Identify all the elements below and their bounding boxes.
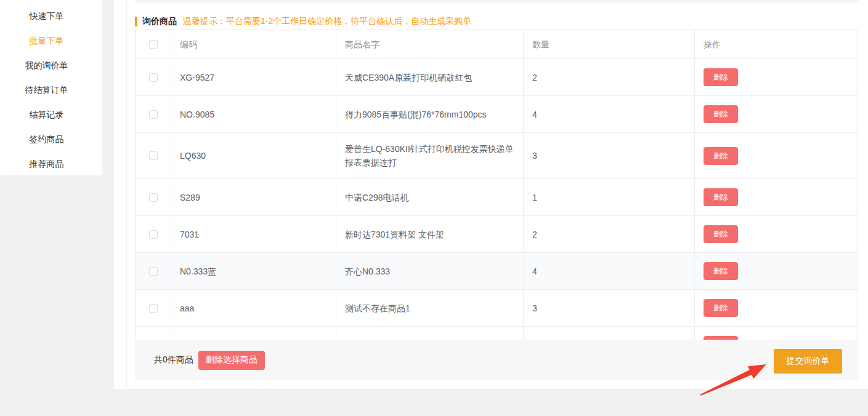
row-name-cell: 得力9085百事贴(混)76*76mm100pcs xyxy=(336,96,524,132)
row-name-cell: 新时达7301资料架 文件架 xyxy=(336,216,524,252)
sidebar-item-3[interactable]: 待结算订单 xyxy=(0,78,102,102)
delete-row-button[interactable]: 删除 xyxy=(704,299,738,317)
sidebar-item-2[interactable]: 我的询价单 xyxy=(0,53,102,78)
section-header: 询价商品 温馨提示：平台需要1-2个工作日确定价格，待平台确认后，自动生成采购单 xyxy=(135,16,471,27)
table-row-2: LQ630爱普生LQ-630KII针式打印机税控发票快递单报表票据连打3删除 xyxy=(136,133,858,179)
row-checkbox[interactable] xyxy=(149,230,158,239)
row-checkbox[interactable] xyxy=(149,110,158,119)
submit-inquiry-button[interactable]: 提交询价单 xyxy=(774,349,842,374)
row-checkbox-cell xyxy=(136,59,171,95)
row-name-cell: 中诺C298电话机 xyxy=(336,179,524,215)
table-row-0: XG-9527天威CE390A原装打印机硒鼓红包2删除 xyxy=(136,59,858,96)
table-row-5: N0.333蓝齐心N0.3334删除 xyxy=(136,253,858,290)
vertical-divider xyxy=(126,0,127,389)
row-checkbox-cell xyxy=(136,216,171,252)
row-op-cell: 删除 xyxy=(695,216,859,252)
row-qty-cell: 3 xyxy=(524,290,695,326)
select-all-checkbox[interactable] xyxy=(149,40,158,49)
table-row-6: aaa测试不存在商品13删除 xyxy=(136,290,858,327)
row-qty-cell: 1 xyxy=(524,179,695,215)
row-code-cell: LQ630 xyxy=(171,133,336,178)
table-row-3: S289中诺C298电话机1删除 xyxy=(136,179,858,216)
row-op-cell: 删除 xyxy=(695,290,859,326)
inquiry-products-table: 编码 商品名字 数量 操作 XG-9527天威CE390A原装打印机硒鼓红包2删… xyxy=(135,30,858,364)
row-name-cell: 爱普生LQ-630KII针式打印机税控发票快递单报表票据连打 xyxy=(336,133,524,178)
row-name-cell: 天威CE390A原装打印机硒鼓红包 xyxy=(336,59,524,95)
table-header-code: 编码 xyxy=(171,30,336,58)
row-checkbox-cell xyxy=(136,179,171,215)
table-header-name: 商品名字 xyxy=(336,30,524,58)
delete-row-button[interactable]: 删除 xyxy=(704,105,738,123)
table-header-qty: 数量 xyxy=(524,30,695,58)
sidebar-item-6[interactable]: 推荐商品 xyxy=(0,151,102,176)
table-body: XG-9527天威CE390A原装打印机硒鼓红包2删除NO.9085得力9085… xyxy=(136,59,858,364)
row-checkbox-cell xyxy=(136,290,171,326)
row-qty-cell: 2 xyxy=(524,59,695,95)
row-code-cell: 7031 xyxy=(171,216,336,252)
sidebar: 快速下单批量下单我的询价单待结算订单结算记录签约商品推荐商品 xyxy=(0,0,102,175)
sidebar-item-4[interactable]: 结算记录 xyxy=(0,102,102,127)
row-checkbox[interactable] xyxy=(149,151,158,160)
accent-bar-icon xyxy=(135,17,137,26)
row-checkbox[interactable] xyxy=(149,193,158,202)
row-qty-cell: 2 xyxy=(524,216,695,252)
section-title: 询价商品 xyxy=(142,16,177,27)
table-header-op: 操作 xyxy=(695,30,859,58)
delete-row-button[interactable]: 删除 xyxy=(704,188,738,206)
row-op-cell: 删除 xyxy=(695,133,859,178)
row-checkbox[interactable] xyxy=(149,73,158,82)
row-qty-cell: 3 xyxy=(524,133,695,178)
delete-row-button[interactable]: 删除 xyxy=(704,262,738,280)
row-qty-cell: 4 xyxy=(524,253,695,289)
delete-row-button[interactable]: 删除 xyxy=(704,225,738,243)
table-row-4: 7031新时达7301资料架 文件架2删除 xyxy=(136,216,858,253)
row-checkbox-cell xyxy=(136,133,171,178)
delete-row-button[interactable]: 删除 xyxy=(704,147,738,165)
sidebar-item-5[interactable]: 签约商品 xyxy=(0,127,102,151)
row-qty-cell: 4 xyxy=(524,96,695,132)
row-checkbox-cell xyxy=(136,96,171,132)
row-code-cell: S289 xyxy=(171,179,336,215)
row-code-cell: aaa xyxy=(171,290,336,326)
row-checkbox[interactable] xyxy=(149,267,158,276)
row-name-cell: 齐心N0.333 xyxy=(336,253,524,289)
row-op-cell: 删除 xyxy=(695,253,859,289)
row-op-cell: 删除 xyxy=(695,96,859,132)
footer-bar: 共0件商品 删除选择商品 xyxy=(135,340,858,380)
row-op-cell: 删除 xyxy=(695,179,859,215)
table-header-row: 编码 商品名字 数量 操作 xyxy=(136,30,858,59)
row-code-cell: NO.9085 xyxy=(171,96,336,132)
main-panel: 询价商品 温馨提示：平台需要1-2个工作日确定价格，待平台确认后，自动生成采购单… xyxy=(114,0,868,389)
row-op-cell: 删除 xyxy=(695,59,859,95)
top-strip xyxy=(135,0,859,2)
table-row-1: NO.9085得力9085百事贴(混)76*76mm100pcs4删除 xyxy=(136,96,858,133)
sidebar-item-1[interactable]: 批量下单 xyxy=(0,28,102,53)
row-checkbox-cell xyxy=(136,253,171,289)
row-code-cell: N0.333蓝 xyxy=(171,253,336,289)
selected-count-summary: 共0件商品 xyxy=(154,354,193,366)
section-tip: 温馨提示：平台需要1-2个工作日确定价格，待平台确认后，自动生成采购单 xyxy=(183,16,471,27)
sidebar-item-0[interactable]: 快速下单 xyxy=(0,4,102,28)
delete-row-button[interactable]: 删除 xyxy=(704,68,738,86)
delete-selected-button[interactable]: 删除选择商品 xyxy=(198,351,265,370)
row-name-cell: 测试不存在商品1 xyxy=(336,290,524,326)
row-code-cell: XG-9527 xyxy=(171,59,336,95)
table-header-checkbox-cell xyxy=(136,30,171,58)
row-checkbox[interactable] xyxy=(149,304,158,313)
